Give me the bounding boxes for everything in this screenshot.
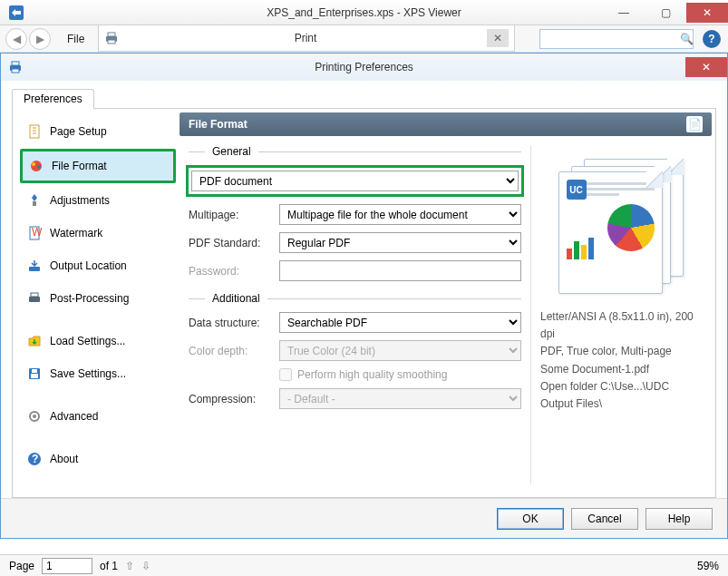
page-of: of 1 [100, 560, 118, 572]
nav-output-location[interactable]: Output Location [20, 250, 176, 281]
window-titlebar: XPS_and_Enterprises.xps - XPS Viewer — ▢… [0, 0, 728, 25]
help-icon: ? [26, 451, 43, 467]
smoothing-label: Perform high quality smoothing [297, 368, 447, 381]
nav-back-button[interactable]: ◀ [5, 28, 27, 50]
svg-rect-16 [31, 293, 38, 297]
preview-line4: Open folder C:\Use...\UDC Output Files\ [540, 378, 703, 413]
status-bar: Page of 1 ⇧ ⇩ 59% [0, 554, 728, 576]
preview-thumbnail: UC [540, 145, 703, 299]
svg-rect-6 [12, 69, 19, 73]
svg-rect-15 [29, 297, 40, 302]
zoom-level: 59% [697, 560, 719, 572]
print-tab-close[interactable]: ✕ [487, 29, 509, 47]
pdf-standard-select[interactable]: Regular PDF [279, 232, 521, 253]
search-input[interactable]: 🔍 [539, 29, 694, 49]
preview-column: UC Letter/ANSI A (8.5x11.0 in), 200 dpi … [530, 145, 703, 484]
load-settings-icon [26, 333, 43, 349]
dialog-title: Printing Preferences [1, 61, 727, 73]
file-format-select[interactable]: PDF document [191, 171, 519, 191]
printing-preferences-dialog: Printing Preferences ✕ Preferences Page … [0, 53, 728, 539]
svg-rect-5 [12, 62, 19, 65]
nav-label: Adjustments [50, 194, 110, 207]
nav-forward-button[interactable]: ▶ [29, 28, 51, 50]
svg-point-9 [32, 162, 35, 166]
nav-label: Advanced [50, 410, 98, 423]
nav-label: File Format [52, 160, 107, 172]
save-settings-icon [26, 366, 43, 382]
gear-icon [26, 408, 43, 425]
smoothing-check [279, 368, 292, 381]
maximize-button[interactable]: ▢ [645, 3, 686, 23]
file-format-select-highlight: PDF document [186, 165, 524, 197]
nav-post-processing[interactable]: Post-Processing [20, 283, 176, 314]
nav-page-setup[interactable]: Page Setup [20, 116, 176, 147]
svg-rect-14 [29, 267, 40, 271]
compression-label: Compression: [189, 393, 279, 405]
color-depth-label: Color depth: [189, 345, 279, 357]
minimize-button[interactable]: — [603, 3, 645, 23]
svg-text:?: ? [32, 453, 38, 465]
printer-icon [8, 60, 23, 74]
preview-line1: Letter/ANSI A (8.5x11.0 in), 200 dpi [540, 308, 703, 343]
additional-label: Additional [212, 292, 260, 305]
tab-preferences[interactable]: Preferences [12, 89, 94, 109]
nav-save-settings[interactable]: Save Settings... [20, 358, 176, 389]
data-structure-select[interactable]: Searchable PDF [279, 312, 521, 333]
print-title: Print [124, 32, 487, 44]
password-label: Password: [189, 265, 279, 278]
next-page-button[interactable]: ⇩ [141, 560, 150, 572]
page-setup-icon [26, 123, 43, 140]
help-button[interactable]: ? [703, 30, 721, 48]
svg-rect-3 [108, 40, 115, 44]
svg-point-21 [33, 415, 36, 418]
tab-strip: Preferences [12, 88, 716, 108]
nav-label: About [50, 453, 78, 465]
post-processing-icon [26, 290, 43, 307]
file-menu[interactable]: File [60, 29, 92, 49]
dialog-close-button[interactable]: ✕ [685, 57, 727, 77]
preferences-nav: Page Setup File Format Adjustments W Wat… [16, 112, 180, 493]
nav-advanced[interactable]: Advanced [20, 401, 176, 432]
panel-header: File Format 📄 [180, 112, 712, 136]
search-field[interactable] [544, 33, 680, 45]
nav-watermark[interactable]: W Watermark [20, 218, 176, 249]
panel-title: File Format [189, 118, 248, 131]
file-format-panel: File Format 📄 General [180, 112, 712, 493]
compression-select: - Default - [279, 388, 521, 409]
printer-icon[interactable] [99, 31, 124, 45]
nav-label: Output Location [50, 259, 127, 272]
watermark-icon: W [26, 225, 43, 241]
multipage-select[interactable]: Multipage file for the whole document [279, 204, 521, 225]
svg-text:W: W [32, 226, 42, 239]
nav-load-settings[interactable]: Load Settings... [20, 326, 176, 356]
search-icon[interactable]: 🔍 [680, 33, 694, 45]
preview-line3: Some Document-1.pdf [540, 361, 703, 378]
output-location-icon [26, 258, 43, 274]
adjustments-icon [26, 192, 43, 209]
nav-adjustments[interactable]: Adjustments [20, 185, 176, 216]
page-label: Page [9, 560, 34, 572]
preview-line2: PDF, True color, Multi-page [540, 343, 703, 360]
file-format-icon [28, 158, 44, 174]
prev-page-button[interactable]: ⇧ [125, 560, 134, 572]
multipage-label: Multipage: [189, 209, 279, 221]
nav-file-format[interactable]: File Format [20, 149, 176, 183]
panel-header-icon: 📄 [686, 116, 703, 132]
help-button[interactable]: Help [645, 508, 713, 530]
svg-rect-7 [30, 125, 39, 138]
toolbar: ◀ ▶ File Print ✕ 🔍 ? [0, 25, 728, 53]
svg-rect-19 [32, 369, 37, 373]
nav-label: Save Settings... [50, 367, 126, 380]
svg-point-10 [37, 165, 41, 169]
data-structure-label: Data structure: [189, 317, 279, 329]
nav-label: Load Settings... [50, 335, 125, 347]
cancel-button[interactable]: Cancel [571, 508, 638, 530]
nav-about[interactable]: ? About [20, 444, 176, 474]
color-depth-select: True Color (24 bit) [279, 340, 521, 361]
page-number-field[interactable] [42, 558, 92, 574]
svg-rect-11 [33, 201, 36, 206]
dialog-titlebar: Printing Preferences ✕ [1, 54, 727, 81]
print-tab: Print ✕ [98, 25, 515, 52]
close-button[interactable]: ✕ [686, 3, 728, 23]
ok-button[interactable]: OK [497, 508, 564, 530]
